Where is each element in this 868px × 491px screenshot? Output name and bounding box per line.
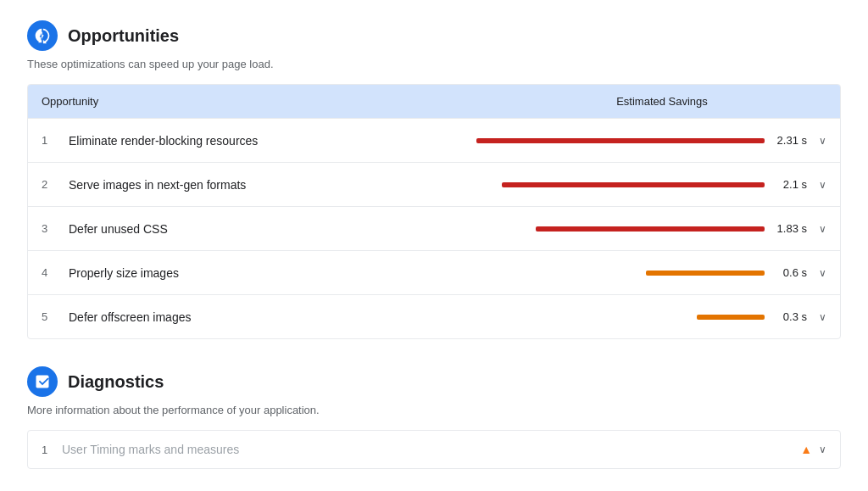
opportunities-icon <box>27 20 58 51</box>
chevron-icon: ∨ <box>819 179 826 191</box>
row-right: 2.31 s ∨ <box>484 124 840 157</box>
opportunities-title: Opportunities <box>68 26 179 46</box>
opportunities-table: Opportunity Estimated Savings 1 Eliminat… <box>27 84 841 339</box>
diagnostics-section: Diagnostics More information about the p… <box>27 366 841 469</box>
chevron-icon: ∨ <box>819 444 826 455</box>
row-label: Defer unused CSS <box>69 222 168 236</box>
row-right: 0.6 s ∨ <box>484 256 840 289</box>
savings-value: 1.83 s <box>773 222 807 235</box>
diag-number: 1 <box>42 444 62 456</box>
diag-right: ▲ ∨ <box>800 443 826 456</box>
table-row[interactable]: 3 Defer unused CSS 1.83 s ∨ <box>28 206 840 250</box>
chevron-icon: ∨ <box>819 311 826 323</box>
diagnostics-table: 1 User Timing marks and measures ▲ ∨ <box>27 430 841 469</box>
row-number: 2 <box>42 178 55 191</box>
bar-container <box>498 226 765 232</box>
row-label: Serve images in next-gen formats <box>69 178 246 192</box>
table-row[interactable]: 2 Serve images in next-gen formats 2.1 s… <box>28 162 840 206</box>
table-row[interactable]: 5 Defer offscreen images 0.3 s ∨ <box>28 294 840 338</box>
bar-container <box>498 315 765 320</box>
chevron-icon: ∨ <box>819 135 826 147</box>
table-row[interactable]: 1 Eliminate render-blocking resources 2.… <box>28 118 840 162</box>
bar-container <box>498 271 765 276</box>
chevron-icon: ∨ <box>819 223 826 235</box>
row-label: Properly size images <box>69 266 179 280</box>
diagnostics-icon <box>27 366 58 397</box>
chevron-icon: ∨ <box>819 267 826 279</box>
savings-bar <box>536 226 765 232</box>
savings-value: 2.31 s <box>773 134 807 147</box>
row-left: 4 Properly size images <box>28 256 484 290</box>
opportunities-header: Opportunities <box>27 20 841 51</box>
bar-container <box>498 182 765 187</box>
diagnostics-header: Diagnostics <box>27 366 841 397</box>
row-right: 0.3 s ∨ <box>484 300 840 333</box>
opportunities-subtitle: These optimizations can speed up your pa… <box>27 58 841 70</box>
diag-label: User Timing marks and measures <box>62 443 800 456</box>
row-number: 4 <box>42 266 55 279</box>
row-left: 2 Serve images in next-gen formats <box>28 168 484 202</box>
diagnostics-title: Diagnostics <box>68 372 164 392</box>
row-number: 1 <box>42 134 55 147</box>
row-label: Eliminate render-blocking resources <box>69 134 258 148</box>
diagnostics-row[interactable]: 1 User Timing marks and measures ▲ ∨ <box>28 431 840 468</box>
savings-bar <box>502 182 765 187</box>
bar-container <box>476 138 765 143</box>
row-left: 3 Defer unused CSS <box>28 212 484 246</box>
row-left: 5 Defer offscreen images <box>28 300 484 334</box>
row-right: 1.83 s ∨ <box>484 212 840 245</box>
row-label: Defer offscreen images <box>69 310 191 324</box>
savings-value: 0.6 s <box>773 266 807 279</box>
warning-triangle-icon: ▲ <box>800 443 812 456</box>
savings-bar <box>646 271 765 276</box>
diagnostics-subtitle: More information about the performance o… <box>27 404 841 416</box>
col-opportunity: Opportunity <box>28 85 484 118</box>
savings-value: 2.1 s <box>773 178 807 191</box>
savings-bar <box>476 138 765 143</box>
row-right: 2.1 s ∨ <box>484 168 840 201</box>
table-header: Opportunity Estimated Savings <box>28 85 840 118</box>
savings-value: 0.3 s <box>773 310 807 323</box>
table-row[interactable]: 4 Properly size images 0.6 s ∨ <box>28 250 840 294</box>
row-number: 3 <box>42 222 55 235</box>
col-savings: Estimated Savings <box>484 85 840 118</box>
savings-bar <box>697 315 765 320</box>
row-left: 1 Eliminate render-blocking resources <box>28 124 484 158</box>
row-number: 5 <box>42 310 55 323</box>
